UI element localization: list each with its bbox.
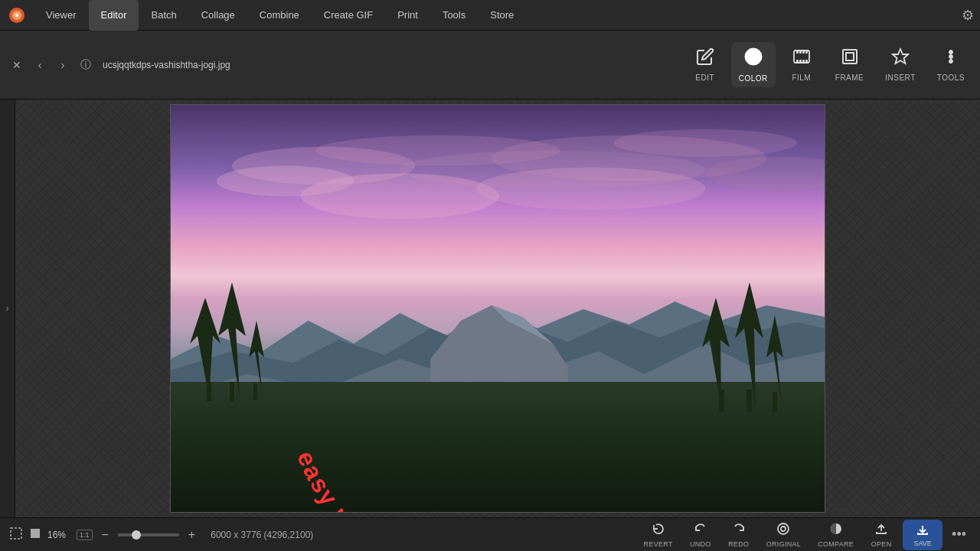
settings-icon[interactable]: ⚙ bbox=[962, 7, 974, 24]
app-icon bbox=[6, 5, 28, 26]
original-label: ORIGINAL bbox=[766, 540, 801, 548]
zoom-percent: 16% bbox=[47, 530, 70, 540]
svg-rect-48 bbox=[31, 529, 40, 538]
tab-store[interactable]: Store bbox=[478, 0, 526, 31]
open-label: OPEN bbox=[871, 540, 892, 548]
save-label: SAVE bbox=[913, 540, 931, 547]
zoom-in-button[interactable]: + bbox=[185, 528, 198, 542]
left-panel-toggle[interactable]: › bbox=[0, 99, 15, 517]
tab-print[interactable]: Print bbox=[385, 0, 430, 31]
tools-label: TOOLS bbox=[937, 73, 965, 82]
info-button[interactable]: ⓘ bbox=[77, 56, 95, 74]
undo-button[interactable]: UNDO bbox=[684, 520, 717, 550]
titlebar: Viewer Editor Batch Collage Combine Crea… bbox=[0, 0, 980, 31]
tab-collage[interactable]: Collage bbox=[189, 0, 247, 31]
svg-rect-11 bbox=[803, 60, 804, 63]
next-button[interactable]: › bbox=[54, 56, 72, 74]
svg-point-17 bbox=[949, 55, 952, 58]
open-icon bbox=[874, 522, 888, 539]
revert-label: REVERT bbox=[644, 540, 673, 548]
toolbar-left: ✕ ‹ › ⓘ ucsjqqtkdps-vashishtha-jogi.jpg bbox=[8, 56, 685, 74]
undo-label: UNDO bbox=[690, 540, 711, 548]
svg-rect-47 bbox=[11, 528, 21, 539]
redo-icon bbox=[732, 522, 746, 539]
close-button[interactable]: ✕ bbox=[8, 56, 26, 74]
redo-button[interactable]: REDO bbox=[722, 520, 756, 550]
svg-rect-9 bbox=[797, 60, 798, 63]
insert-label: INSERT bbox=[885, 73, 916, 82]
svg-point-50 bbox=[781, 527, 786, 531]
svg-rect-12 bbox=[806, 60, 807, 63]
svg-rect-7 bbox=[803, 51, 804, 53]
tool-edit[interactable]: EDIT bbox=[685, 43, 725, 86]
compare-button[interactable]: COMPARE bbox=[812, 520, 860, 550]
svg-rect-8 bbox=[806, 51, 807, 53]
svg-point-16 bbox=[949, 51, 952, 54]
prev-button[interactable]: ‹ bbox=[31, 56, 49, 74]
tab-tools[interactable]: Tools bbox=[430, 0, 478, 31]
svg-marker-15 bbox=[893, 49, 908, 64]
color-icon bbox=[743, 47, 763, 71]
svg-text:easy photo editor: easy photo editor bbox=[292, 447, 471, 512]
svg-rect-5 bbox=[797, 51, 798, 53]
curved-text-svg: PHOTOSCAPE X for Mac and Windows 10, Fun… bbox=[171, 105, 825, 512]
zoom-1to1-button[interactable]: 1:1 bbox=[77, 530, 93, 540]
revert-icon bbox=[652, 522, 665, 539]
square-icon[interactable] bbox=[29, 527, 41, 542]
tools-icon bbox=[942, 47, 960, 70]
svg-rect-14 bbox=[846, 53, 854, 60]
tool-frame[interactable]: FRAME bbox=[828, 43, 872, 86]
zoom-out-button[interactable]: − bbox=[99, 528, 112, 542]
tool-color[interactable]: COLOR bbox=[731, 42, 776, 87]
statusbar: 16% 1:1 − + 6000 x 3776 (4296,2100) REVE… bbox=[0, 517, 980, 551]
compare-label: COMPARE bbox=[818, 540, 854, 548]
filename: ucsjqqtkdps-vashishtha-jogi.jpg bbox=[103, 60, 230, 70]
canvas-area: PHOTOSCAPE X for Mac and Windows 10, Fun… bbox=[15, 99, 980, 517]
save-icon bbox=[916, 523, 929, 540]
image-info: 6000 x 3776 (4296,2100) bbox=[211, 530, 313, 540]
tab-combine[interactable]: Combine bbox=[247, 0, 312, 31]
svg-rect-10 bbox=[800, 60, 801, 63]
redo-label: REDO bbox=[728, 540, 749, 548]
original-icon bbox=[776, 522, 790, 539]
open-button[interactable]: OPEN bbox=[864, 520, 898, 550]
tool-film[interactable]: FILM bbox=[782, 43, 822, 86]
tab-editor[interactable]: Editor bbox=[89, 0, 139, 31]
save-button[interactable]: SAVE bbox=[903, 520, 942, 550]
original-button[interactable]: ORIGINAL bbox=[760, 520, 807, 550]
main-area: › bbox=[0, 99, 980, 517]
svg-text:PHOTOSCAPE X for Mac and Windo: PHOTOSCAPE X for Mac and Windows 10, Fun… bbox=[171, 105, 746, 458]
zoom-slider[interactable] bbox=[118, 533, 179, 536]
tab-viewer[interactable]: Viewer bbox=[34, 0, 89, 31]
svg-point-18 bbox=[949, 60, 952, 63]
color-label: COLOR bbox=[739, 74, 768, 83]
edit-label: EDIT bbox=[695, 73, 714, 82]
tool-tools[interactable]: TOOLS bbox=[929, 43, 972, 86]
tab-creategif[interactable]: Create GIF bbox=[312, 0, 385, 31]
revert-button[interactable]: REVERT bbox=[638, 520, 679, 550]
image-container: PHOTOSCAPE X for Mac and Windows 10, Fun… bbox=[170, 104, 825, 513]
svg-rect-6 bbox=[800, 51, 801, 53]
photo: PHOTOSCAPE X for Mac and Windows 10, Fun… bbox=[170, 104, 825, 513]
tab-batch[interactable]: Batch bbox=[139, 0, 188, 31]
zoom-slider-thumb bbox=[132, 530, 141, 540]
film-icon bbox=[792, 47, 811, 70]
tool-insert[interactable]: INSERT bbox=[877, 43, 923, 86]
frame-label: FRAME bbox=[835, 73, 864, 82]
toolbar: ✕ ‹ › ⓘ ucsjqqtkdps-vashishtha-jogi.jpg … bbox=[0, 31, 980, 99]
frame-icon bbox=[841, 47, 859, 70]
status-right: REVERT UNDO REDO bbox=[638, 520, 971, 550]
svg-rect-13 bbox=[843, 50, 857, 64]
compare-icon bbox=[829, 522, 843, 539]
svg-point-49 bbox=[778, 523, 789, 534]
svg-point-2 bbox=[15, 14, 18, 17]
svg-point-3 bbox=[745, 48, 762, 65]
film-label: FILM bbox=[792, 73, 811, 82]
more-button[interactable]: ••• bbox=[947, 523, 971, 546]
chevron-right-icon: › bbox=[6, 303, 9, 314]
undo-icon bbox=[694, 522, 707, 539]
nav-tabs: Viewer Editor Batch Collage Combine Crea… bbox=[34, 0, 962, 31]
toolbar-right: EDIT COLOR bbox=[685, 42, 972, 87]
marquee-icon[interactable] bbox=[9, 527, 23, 543]
edit-icon bbox=[696, 47, 714, 70]
